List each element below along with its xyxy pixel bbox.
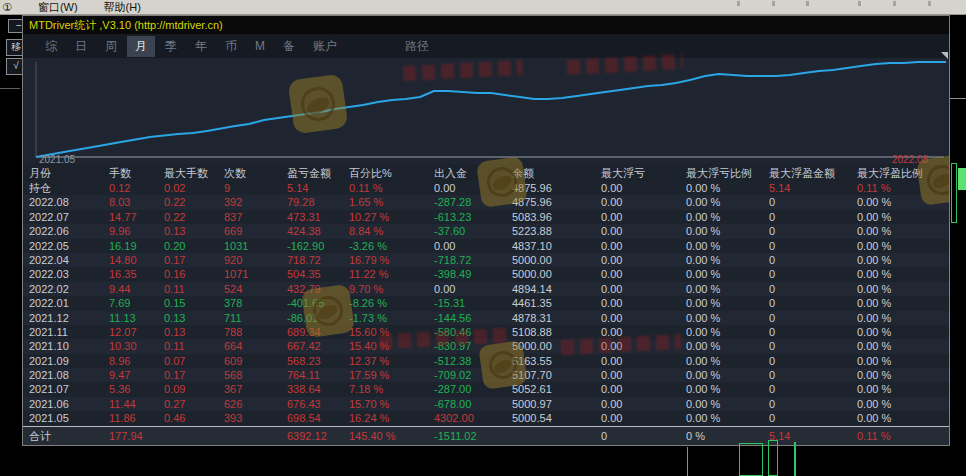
value-cell: 0.00 [601, 239, 686, 253]
value-cell: -398.49 [434, 267, 512, 281]
value-cell: -162.90 [287, 239, 349, 253]
value-cell: 0.00 [601, 181, 686, 195]
value-cell: -15.31 [434, 296, 512, 310]
value-cell: 0.13 [164, 224, 224, 238]
table-row[interactable]: 2022.0714.770.22837473.3110.27 %-613.235… [23, 210, 949, 224]
month-cell: 2022.06 [29, 224, 109, 238]
value-cell: 669 [224, 224, 287, 238]
value-cell: 16.35 [109, 267, 164, 281]
value-cell: 0.00 % [857, 296, 949, 310]
value-cell: 12.37 % [349, 354, 434, 368]
value-cell: 0.00 % [857, 282, 949, 296]
value-cell: 10.30 [109, 339, 164, 353]
toolbar-fragment-icon [806, 1, 809, 6]
x-axis-start-label: 2021.05 [39, 154, 75, 165]
value-cell: 0 [769, 325, 857, 339]
tab-备[interactable]: 备 [275, 36, 303, 57]
value-cell: 5000.00 [512, 253, 601, 267]
value-cell: 7.69 [109, 296, 164, 310]
value-cell: 0.20 [164, 239, 224, 253]
value-cell: 177.94 [109, 427, 164, 445]
value-cell: 0 [601, 427, 686, 445]
column-header: 余额 [512, 164, 601, 181]
tab-币[interactable]: 币 [217, 36, 245, 57]
tab-M[interactable]: M [247, 37, 273, 55]
tab-综[interactable]: 综 [37, 36, 65, 57]
value-cell: 10.27 % [349, 210, 434, 224]
candlestick-fragment [687, 447, 688, 476]
column-header: 百分比% [349, 164, 434, 181]
menu-item-window[interactable]: 窗口(W) [38, 0, 78, 15]
value-cell: 0.00 % [857, 354, 949, 368]
value-cell: 0 [769, 296, 857, 310]
value-cell: 5.14 [769, 181, 857, 195]
value-cell: 0 [769, 253, 857, 267]
value-cell: 0.00 % [686, 282, 769, 296]
tab-年[interactable]: 年 [187, 36, 215, 57]
value-cell: -718.72 [434, 253, 512, 267]
table-row[interactable]: 2022.069.960.13669424.388.84 %-37.605223… [23, 224, 949, 238]
value-cell: 9.96 [109, 224, 164, 238]
table-row[interactable]: 2022.0516.190.201031-162.90-3.26 %0.0048… [23, 239, 949, 253]
value-cell: -8.26 % [349, 296, 434, 310]
value-cell: 0.00 [434, 282, 512, 296]
value-cell: 0 [769, 382, 857, 396]
value-cell: 0.00 % [857, 397, 949, 411]
value-cell: 711 [224, 311, 287, 325]
value-cell: 0.12 [109, 181, 164, 195]
value-cell: 4894.14 [512, 282, 601, 296]
tab-月[interactable]: 月 [127, 36, 155, 57]
value-cell: 0.46 [164, 411, 224, 425]
value-cell: 0.00 % [686, 239, 769, 253]
value-cell: 0.17 [164, 368, 224, 382]
value-cell: 0.00 % [686, 181, 769, 195]
value-cell: 5000.00 [512, 267, 601, 281]
candlestick-fragment [739, 443, 763, 476]
candlestick-fragment [768, 440, 778, 476]
chart-end-marker-icon [941, 52, 948, 59]
value-cell: 0.00 % [686, 224, 769, 238]
table-row[interactable]: 2021.1211.130.13711-86.01-1.73 %-144.564… [23, 311, 949, 325]
value-cell: 5.14 [287, 181, 349, 195]
column-header: 最大浮亏 [601, 164, 686, 181]
value-cell: 0.16 [164, 267, 224, 281]
value-cell: 0.11 % [349, 181, 434, 195]
column-header: 最大浮盈金额 [769, 164, 857, 181]
value-cell: 424.38 [287, 224, 349, 238]
menu-item-partial[interactable]: ① [2, 1, 12, 14]
value-cell: 0 [769, 195, 857, 209]
value-cell: 0.00 [601, 411, 686, 425]
table-row[interactable]: 2022.0414.800.17920718.7216.79 %-718.725… [23, 253, 949, 267]
value-cell [164, 427, 224, 445]
value-cell: 0 [769, 267, 857, 281]
value-cell: 8.96 [109, 354, 164, 368]
tab-账户[interactable]: 账户 [305, 36, 345, 57]
value-cell: 1071 [224, 267, 287, 281]
menu-item-help[interactable]: 帮助(H) [104, 0, 141, 15]
value-cell: 0 [769, 224, 857, 238]
value-cell: 0.00 % [857, 325, 949, 339]
tab-周[interactable]: 周 [97, 36, 125, 57]
month-cell: 2022.04 [29, 253, 109, 267]
total-row: 合计177.946392.12145.40 %-1511.0200 %5.140… [23, 426, 949, 445]
table-row[interactable]: 2021.0611.440.27626676.4315.70 %-678.005… [23, 397, 949, 411]
path-button[interactable]: 路径 [405, 38, 429, 55]
tab-季[interactable]: 季 [157, 36, 185, 57]
candlestick-fragment [794, 442, 796, 476]
value-cell: 393 [224, 411, 287, 425]
value-cell: 764.11 [287, 368, 349, 382]
value-cell: 0.00 % [686, 210, 769, 224]
value-cell: 378 [224, 296, 287, 310]
month-cell: 合计 [29, 427, 109, 445]
table-row[interactable]: 2021.0511.860.46393698.5416.24 %4302.005… [23, 411, 949, 425]
value-cell: 473.31 [287, 210, 349, 224]
panel-title-bar[interactable]: MTDriver统计 ,V3.10 (http://mtdriver.cn) [23, 16, 949, 34]
tab-日[interactable]: 日 [67, 36, 95, 57]
watermark-logo [288, 74, 349, 135]
value-cell: 0 % [686, 427, 769, 445]
value-cell: 0.00 % [686, 311, 769, 325]
table-row[interactable]: 2022.017.690.15378-401.65-8.26 %-15.3144… [23, 296, 949, 310]
table-row[interactable]: 2022.029.440.11524432.799.70 %0.004894.1… [23, 282, 949, 296]
table-row[interactable]: 2022.0316.350.161071504.3511.22 %-398.49… [23, 267, 949, 281]
value-cell: 0.00 % [686, 397, 769, 411]
